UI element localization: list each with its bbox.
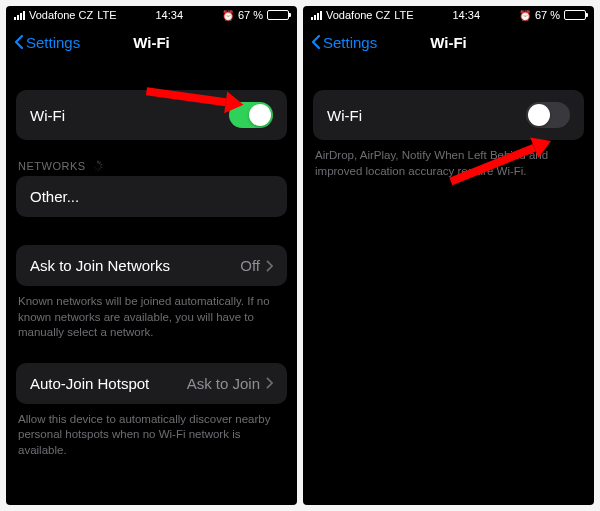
page-title: Wi-Fi <box>133 34 170 51</box>
auto-join-value: Ask to Join <box>187 375 260 392</box>
svg-line-1 <box>99 162 100 164</box>
status-bar: Vodafone CZ LTE 14:34 ⏰ 67 % <box>303 6 594 24</box>
network-type-label: LTE <box>97 9 116 21</box>
back-button[interactable]: Settings <box>311 34 377 51</box>
auto-join-label: Auto-Join Hotspot <box>30 375 149 392</box>
wifi-label: Wi-Fi <box>327 107 362 124</box>
other-network-cell[interactable]: Other... <box>16 176 287 217</box>
loading-spinner-icon <box>92 160 104 172</box>
screenshot-right: Vodafone CZ LTE 14:34 ⏰ 67 % Settings Wi… <box>303 6 594 505</box>
wifi-switch[interactable] <box>526 102 570 128</box>
page-title: Wi-Fi <box>430 34 467 51</box>
back-label: Settings <box>323 34 377 51</box>
svg-line-7 <box>94 167 96 168</box>
nav-bar: Settings Wi-Fi <box>303 24 594 60</box>
alarm-icon: ⏰ <box>519 10 531 21</box>
battery-percent-label: 67 % <box>238 9 263 21</box>
battery-percent-label: 67 % <box>535 9 560 21</box>
auto-join-hotspot-cell[interactable]: Auto-Join Hotspot Ask to Join <box>16 363 287 404</box>
battery-icon <box>267 10 289 20</box>
nav-bar: Settings Wi-Fi <box>6 24 297 60</box>
chevron-left-icon <box>14 34 24 50</box>
chevron-right-icon <box>266 377 273 389</box>
battery-icon <box>564 10 586 20</box>
carrier-label: Vodafone CZ <box>29 9 93 21</box>
screenshot-left: Vodafone CZ LTE 14:34 ⏰ 67 % Settings Wi… <box>6 6 297 505</box>
svg-line-2 <box>100 165 102 166</box>
cellular-signal-icon <box>311 11 322 20</box>
ask-to-join-cell[interactable]: Ask to Join Networks Off <box>16 245 287 286</box>
chevron-left-icon <box>311 34 321 50</box>
svg-line-4 <box>99 169 100 171</box>
ask-to-join-footer: Known networks will be joined automatica… <box>18 294 285 341</box>
status-bar: Vodafone CZ LTE 14:34 ⏰ 67 % <box>6 6 297 24</box>
carrier-label: Vodafone CZ <box>326 9 390 21</box>
clock-label: 14:34 <box>452 9 480 21</box>
ask-to-join-label: Ask to Join Networks <box>30 257 170 274</box>
other-label: Other... <box>30 188 79 205</box>
cellular-signal-icon <box>14 11 25 20</box>
clock-label: 14:34 <box>155 9 183 21</box>
alarm-icon: ⏰ <box>222 10 234 21</box>
chevron-right-icon <box>266 260 273 272</box>
svg-line-6 <box>95 169 96 171</box>
back-label: Settings <box>26 34 80 51</box>
auto-join-footer: Allow this device to automatically disco… <box>18 412 285 459</box>
wifi-label: Wi-Fi <box>30 107 65 124</box>
networks-section-header: NETWORKS <box>18 160 285 172</box>
svg-line-3 <box>100 167 102 168</box>
back-button[interactable]: Settings <box>14 34 80 51</box>
ask-to-join-value: Off <box>240 257 260 274</box>
network-type-label: LTE <box>394 9 413 21</box>
